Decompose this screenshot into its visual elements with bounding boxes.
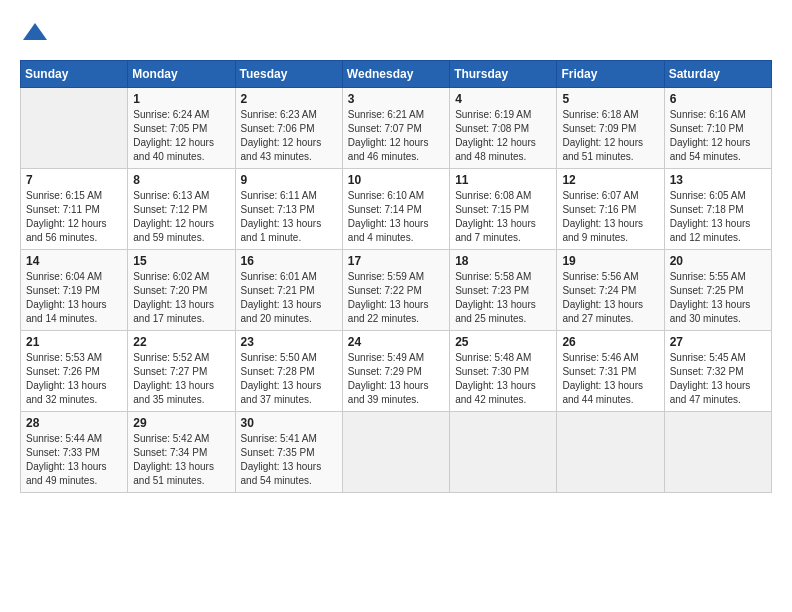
day-number: 8 <box>133 173 229 187</box>
day-info: Sunrise: 5:44 AM Sunset: 7:33 PM Dayligh… <box>26 432 122 488</box>
week-row: 28Sunrise: 5:44 AM Sunset: 7:33 PM Dayli… <box>21 412 772 493</box>
day-cell <box>21 88 128 169</box>
day-info: Sunrise: 5:45 AM Sunset: 7:32 PM Dayligh… <box>670 351 766 407</box>
day-number: 24 <box>348 335 444 349</box>
weekday-header-monday: Monday <box>128 61 235 88</box>
day-info: Sunrise: 6:24 AM Sunset: 7:05 PM Dayligh… <box>133 108 229 164</box>
day-info: Sunrise: 5:55 AM Sunset: 7:25 PM Dayligh… <box>670 270 766 326</box>
day-info: Sunrise: 6:19 AM Sunset: 7:08 PM Dayligh… <box>455 108 551 164</box>
week-row: 14Sunrise: 6:04 AM Sunset: 7:19 PM Dayli… <box>21 250 772 331</box>
day-number: 17 <box>348 254 444 268</box>
day-info: Sunrise: 6:18 AM Sunset: 7:09 PM Dayligh… <box>562 108 658 164</box>
day-info: Sunrise: 6:04 AM Sunset: 7:19 PM Dayligh… <box>26 270 122 326</box>
day-info: Sunrise: 5:56 AM Sunset: 7:24 PM Dayligh… <box>562 270 658 326</box>
week-row: 1Sunrise: 6:24 AM Sunset: 7:05 PM Daylig… <box>21 88 772 169</box>
weekday-row: SundayMondayTuesdayWednesdayThursdayFrid… <box>21 61 772 88</box>
day-cell: 11Sunrise: 6:08 AM Sunset: 7:15 PM Dayli… <box>450 169 557 250</box>
svg-marker-0 <box>23 23 47 40</box>
day-cell: 30Sunrise: 5:41 AM Sunset: 7:35 PM Dayli… <box>235 412 342 493</box>
day-cell <box>450 412 557 493</box>
day-cell: 15Sunrise: 6:02 AM Sunset: 7:20 PM Dayli… <box>128 250 235 331</box>
weekday-header-sunday: Sunday <box>21 61 128 88</box>
day-cell: 18Sunrise: 5:58 AM Sunset: 7:23 PM Dayli… <box>450 250 557 331</box>
day-cell: 3Sunrise: 6:21 AM Sunset: 7:07 PM Daylig… <box>342 88 449 169</box>
week-row: 7Sunrise: 6:15 AM Sunset: 7:11 PM Daylig… <box>21 169 772 250</box>
day-number: 16 <box>241 254 337 268</box>
calendar-header: SundayMondayTuesdayWednesdayThursdayFrid… <box>21 61 772 88</box>
day-info: Sunrise: 6:21 AM Sunset: 7:07 PM Dayligh… <box>348 108 444 164</box>
calendar-table: SundayMondayTuesdayWednesdayThursdayFrid… <box>20 60 772 493</box>
day-cell: 27Sunrise: 5:45 AM Sunset: 7:32 PM Dayli… <box>664 331 771 412</box>
day-info: Sunrise: 5:41 AM Sunset: 7:35 PM Dayligh… <box>241 432 337 488</box>
day-cell: 13Sunrise: 6:05 AM Sunset: 7:18 PM Dayli… <box>664 169 771 250</box>
day-cell: 16Sunrise: 6:01 AM Sunset: 7:21 PM Dayli… <box>235 250 342 331</box>
day-cell: 24Sunrise: 5:49 AM Sunset: 7:29 PM Dayli… <box>342 331 449 412</box>
day-number: 29 <box>133 416 229 430</box>
day-number: 10 <box>348 173 444 187</box>
week-row: 21Sunrise: 5:53 AM Sunset: 7:26 PM Dayli… <box>21 331 772 412</box>
day-number: 23 <box>241 335 337 349</box>
day-cell: 12Sunrise: 6:07 AM Sunset: 7:16 PM Dayli… <box>557 169 664 250</box>
day-info: Sunrise: 5:49 AM Sunset: 7:29 PM Dayligh… <box>348 351 444 407</box>
day-info: Sunrise: 5:48 AM Sunset: 7:30 PM Dayligh… <box>455 351 551 407</box>
day-number: 5 <box>562 92 658 106</box>
day-number: 19 <box>562 254 658 268</box>
day-number: 18 <box>455 254 551 268</box>
day-number: 7 <box>26 173 122 187</box>
day-number: 11 <box>455 173 551 187</box>
day-number: 26 <box>562 335 658 349</box>
day-number: 25 <box>455 335 551 349</box>
day-number: 20 <box>670 254 766 268</box>
day-info: Sunrise: 5:46 AM Sunset: 7:31 PM Dayligh… <box>562 351 658 407</box>
weekday-header-tuesday: Tuesday <box>235 61 342 88</box>
weekday-header-friday: Friday <box>557 61 664 88</box>
day-cell: 29Sunrise: 5:42 AM Sunset: 7:34 PM Dayli… <box>128 412 235 493</box>
logo-icon <box>20 20 50 50</box>
day-info: Sunrise: 6:15 AM Sunset: 7:11 PM Dayligh… <box>26 189 122 245</box>
calendar-body: 1Sunrise: 6:24 AM Sunset: 7:05 PM Daylig… <box>21 88 772 493</box>
day-number: 30 <box>241 416 337 430</box>
day-cell: 6Sunrise: 6:16 AM Sunset: 7:10 PM Daylig… <box>664 88 771 169</box>
day-info: Sunrise: 6:16 AM Sunset: 7:10 PM Dayligh… <box>670 108 766 164</box>
day-number: 4 <box>455 92 551 106</box>
day-cell: 4Sunrise: 6:19 AM Sunset: 7:08 PM Daylig… <box>450 88 557 169</box>
day-number: 6 <box>670 92 766 106</box>
day-number: 22 <box>133 335 229 349</box>
day-info: Sunrise: 6:08 AM Sunset: 7:15 PM Dayligh… <box>455 189 551 245</box>
day-info: Sunrise: 6:11 AM Sunset: 7:13 PM Dayligh… <box>241 189 337 245</box>
day-cell: 10Sunrise: 6:10 AM Sunset: 7:14 PM Dayli… <box>342 169 449 250</box>
day-cell: 26Sunrise: 5:46 AM Sunset: 7:31 PM Dayli… <box>557 331 664 412</box>
day-number: 12 <box>562 173 658 187</box>
day-cell <box>557 412 664 493</box>
day-cell: 7Sunrise: 6:15 AM Sunset: 7:11 PM Daylig… <box>21 169 128 250</box>
day-cell: 2Sunrise: 6:23 AM Sunset: 7:06 PM Daylig… <box>235 88 342 169</box>
day-cell: 25Sunrise: 5:48 AM Sunset: 7:30 PM Dayli… <box>450 331 557 412</box>
day-info: Sunrise: 6:05 AM Sunset: 7:18 PM Dayligh… <box>670 189 766 245</box>
day-cell <box>664 412 771 493</box>
day-number: 28 <box>26 416 122 430</box>
day-info: Sunrise: 5:50 AM Sunset: 7:28 PM Dayligh… <box>241 351 337 407</box>
weekday-header-thursday: Thursday <box>450 61 557 88</box>
day-number: 2 <box>241 92 337 106</box>
day-number: 21 <box>26 335 122 349</box>
day-number: 3 <box>348 92 444 106</box>
day-info: Sunrise: 6:10 AM Sunset: 7:14 PM Dayligh… <box>348 189 444 245</box>
day-number: 13 <box>670 173 766 187</box>
day-number: 27 <box>670 335 766 349</box>
day-info: Sunrise: 6:02 AM Sunset: 7:20 PM Dayligh… <box>133 270 229 326</box>
day-info: Sunrise: 6:01 AM Sunset: 7:21 PM Dayligh… <box>241 270 337 326</box>
day-number: 15 <box>133 254 229 268</box>
logo <box>20 20 54 50</box>
day-info: Sunrise: 6:07 AM Sunset: 7:16 PM Dayligh… <box>562 189 658 245</box>
page-header <box>20 20 772 50</box>
weekday-header-wednesday: Wednesday <box>342 61 449 88</box>
day-info: Sunrise: 6:23 AM Sunset: 7:06 PM Dayligh… <box>241 108 337 164</box>
day-cell: 9Sunrise: 6:11 AM Sunset: 7:13 PM Daylig… <box>235 169 342 250</box>
day-number: 14 <box>26 254 122 268</box>
day-cell: 1Sunrise: 6:24 AM Sunset: 7:05 PM Daylig… <box>128 88 235 169</box>
day-cell: 20Sunrise: 5:55 AM Sunset: 7:25 PM Dayli… <box>664 250 771 331</box>
day-number: 1 <box>133 92 229 106</box>
day-info: Sunrise: 6:13 AM Sunset: 7:12 PM Dayligh… <box>133 189 229 245</box>
day-cell: 14Sunrise: 6:04 AM Sunset: 7:19 PM Dayli… <box>21 250 128 331</box>
day-cell: 8Sunrise: 6:13 AM Sunset: 7:12 PM Daylig… <box>128 169 235 250</box>
